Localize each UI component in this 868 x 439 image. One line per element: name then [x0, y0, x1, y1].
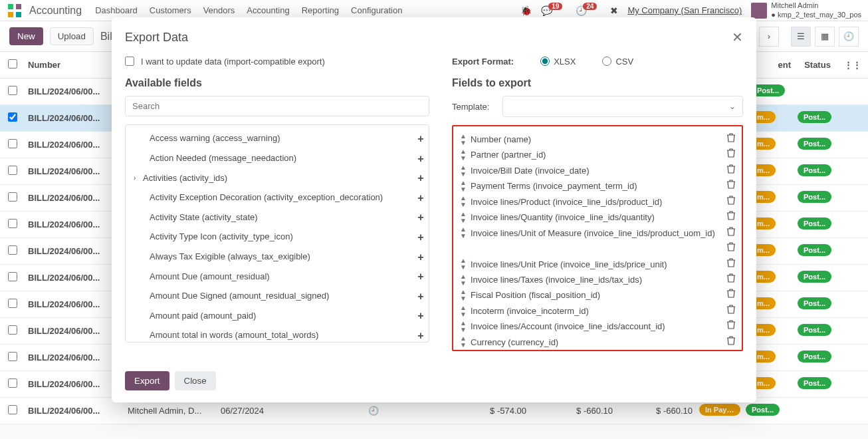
export-button[interactable]: Export [125, 371, 169, 390]
remove-field-icon[interactable] [722, 273, 735, 287]
add-field-icon[interactable]: + [414, 229, 427, 246]
field-label: Amount Due Signed (amount_residual_signe… [147, 289, 414, 303]
export-field-item[interactable]: ▲▼ Invoice lines/Product (invoice_line_i… [457, 194, 738, 210]
remove-field-icon[interactable] [722, 288, 735, 302]
export-field-item[interactable]: ▲▼ Invoice/Bill Date (invoice_date) [457, 163, 738, 178]
field-label: Activity Exception Decoration (activity_… [147, 191, 414, 205]
template-select[interactable]: ⌄ [502, 96, 743, 117]
drag-handle-icon[interactable]: ▲▼ [460, 335, 469, 349]
export-field-label: Partner (partner_id) [469, 148, 722, 162]
export-field-item[interactable]: ▲▼ Currency (currency_id) [457, 335, 738, 350]
field-label: Action Needed (message_needaction) [147, 152, 414, 166]
remove-field-icon[interactable] [722, 195, 735, 209]
remove-field-icon[interactable] [722, 335, 735, 349]
modal-header: Export Data ✕ [112, 17, 756, 55]
remove-field-icon[interactable] [722, 132, 735, 146]
add-field-icon[interactable]: + [414, 268, 427, 285]
field-label: Amount paid (amount_paid) [147, 309, 414, 323]
add-field-icon[interactable]: + [414, 130, 427, 148]
drag-handle-icon[interactable]: ▲▼ [460, 289, 469, 302]
export-field-item[interactable]: ▲▼ Incoterm (invoice_incoterm_id) [457, 303, 738, 319]
close-icon[interactable]: ✕ [732, 29, 743, 45]
available-field-item[interactable]: Amount Due (amount_residual) + [134, 267, 427, 287]
export-field-item[interactable]: ▲▼ Invoice lines/Quantity (invoice_line_… [457, 210, 738, 225]
export-field-item[interactable]: ▲▼ Invoice lines/Unit Price (invoice_lin… [457, 257, 738, 272]
update-checkbox[interactable] [125, 57, 134, 66]
remove-field-icon[interactable] [722, 179, 735, 193]
available-field-item[interactable]: Activity Exception Decoration (activity_… [134, 188, 427, 208]
export-field-item[interactable]: ▲▼ Invoice lines/Account (invoice_line_i… [457, 319, 738, 334]
right-column: Export Format: XLSX CSV Fields to export… [452, 55, 743, 351]
export-field-item[interactable]: ▲▼ Invoice lines/Unit of Measure (invoic… [457, 225, 738, 241]
fields-to-export-list[interactable]: ▲▼ Number (name) ▲▼ Partner (partner_id)… [452, 125, 743, 351]
left-column: I want to update data (import-compatible… [125, 55, 429, 351]
export-modal: Export Data ✕ I want to update data (imp… [112, 17, 756, 402]
drag-handle-icon[interactable]: ▲▼ [460, 211, 469, 224]
add-field-icon[interactable]: + [414, 307, 427, 325]
field-label: Activity State (activity_state) [147, 211, 414, 225]
drag-handle-icon[interactable]: ▲▼ [460, 273, 469, 287]
remove-field-icon[interactable] [722, 319, 735, 333]
available-field-item[interactable]: › Activities (activity_ids) + [134, 168, 427, 188]
export-field-item[interactable]: ▲▼ Invoice lines/Taxes (invoice_line_ids… [457, 272, 738, 287]
remove-field-icon[interactable] [722, 164, 735, 178]
xlsx-radio[interactable]: XLSX [540, 57, 576, 67]
available-field-item[interactable]: Activity State (activity_state) + [134, 208, 427, 227]
available-fields-list[interactable]: Access warning (access_warning) + Action… [125, 124, 429, 343]
drag-handle-icon[interactable]: ▲▼ [460, 257, 469, 271]
add-field-icon[interactable]: + [414, 190, 427, 207]
export-field-label: Invoice lines/Unit Price (invoice_line_i… [469, 257, 722, 271]
drag-handle-icon[interactable]: ▲▼ [460, 226, 469, 239]
field-label: Activities (activity_ids) [140, 172, 414, 186]
format-line: Export Format: XLSX CSV [452, 55, 743, 68]
remove-field-icon[interactable] [722, 226, 735, 240]
remove-field-icon[interactable] [722, 210, 735, 224]
add-field-icon[interactable]: + [414, 150, 427, 168]
remove-field-icon[interactable] [722, 257, 735, 271]
remove-field-icon[interactable] [722, 241, 735, 255]
drag-handle-icon[interactable]: ▲▼ [460, 133, 469, 146]
add-field-icon[interactable]: + [414, 288, 427, 305]
export-field-label: Invoice lines/Quantity (invoice_line_ids… [469, 210, 722, 224]
close-button[interactable]: Close [175, 371, 216, 390]
available-fields-title: Available fields [125, 77, 429, 89]
export-field-item[interactable] [457, 241, 738, 256]
modal-title: Export Data [125, 31, 188, 45]
remove-field-icon[interactable] [722, 304, 735, 318]
export-field-item[interactable]: ▲▼ Payment Terms (invoice_payment_term_i… [457, 178, 738, 194]
drag-handle-icon[interactable]: ▲▼ [460, 164, 469, 178]
export-field-label: Number (name) [469, 132, 722, 146]
add-field-icon[interactable]: + [414, 209, 427, 226]
drag-handle-icon[interactable]: ▲▼ [460, 195, 469, 208]
modal-footer: Export Close [112, 362, 756, 402]
available-field-item[interactable]: Amount total in words (amount_total_word… [134, 326, 427, 343]
export-field-label: Invoice lines/Unit of Measure (invoice_l… [469, 226, 722, 240]
drag-handle-icon[interactable]: ▲▼ [460, 305, 469, 318]
available-field-item[interactable]: Amount paid (amount_paid) + [134, 306, 427, 326]
available-field-item[interactable]: Amount Due Signed (amount_residual_signe… [134, 287, 427, 307]
available-field-item[interactable]: Action Needed (message_needaction) + [134, 149, 427, 169]
export-field-item[interactable]: ▲▼ Partner (partner_id) [457, 147, 738, 162]
remove-field-icon[interactable] [722, 148, 735, 162]
export-field-item[interactable]: ▲▼ Fiscal Position (fiscal_position_id) [457, 287, 738, 303]
drag-handle-icon[interactable]: ▲▼ [460, 320, 469, 333]
available-field-item[interactable]: Always Tax Exigible (always_tax_exigible… [134, 247, 427, 267]
expand-caret-icon[interactable]: › [134, 173, 140, 184]
add-field-icon[interactable]: + [414, 170, 427, 187]
add-field-icon[interactable]: + [414, 249, 427, 266]
export-field-label: Fiscal Position (fiscal_position_id) [469, 288, 722, 302]
export-field-label: Invoice lines/Account (invoice_line_ids/… [469, 319, 722, 333]
add-field-icon[interactable]: + [414, 327, 427, 343]
drag-handle-icon[interactable]: ▲▼ [460, 148, 469, 162]
export-field-label: Currency (currency_id) [469, 335, 722, 349]
field-label: Amount Due (amount_residual) [147, 270, 414, 284]
available-field-item[interactable]: Activity Type Icon (activity_type_icon) … [134, 227, 427, 247]
available-field-item[interactable]: Access warning (access_warning) + [134, 129, 427, 149]
export-field-label: Payment Terms (invoice_payment_term_id) [469, 179, 722, 193]
export-field-item[interactable]: ▲▼ Number (name) [457, 132, 738, 147]
update-label: I want to update data (import-compatible… [141, 57, 325, 67]
search-input[interactable] [125, 96, 429, 116]
csv-radio[interactable]: CSV [602, 57, 633, 67]
drag-handle-icon[interactable]: ▲▼ [460, 180, 469, 193]
export-field-label: Incoterm (invoice_incoterm_id) [469, 304, 722, 318]
